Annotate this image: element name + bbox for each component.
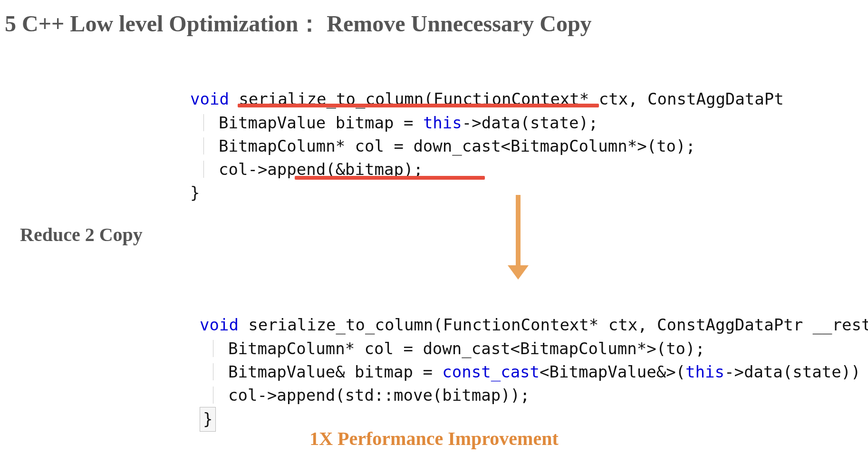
code-line-3: BitmapValue& bitmap = const_cast<BitmapV…	[200, 362, 861, 381]
code-line-2: BitmapValue bitmap = this->data(state);	[190, 113, 598, 132]
arrow-down-icon	[516, 195, 521, 266]
red-underline-1	[238, 104, 599, 107]
code-line-5: }	[200, 409, 216, 428]
code-text: BitmapValue bitmap =	[219, 113, 423, 132]
code-line-5: }	[190, 183, 200, 202]
code-text: serialize_to_column(FunctionContext* ctx…	[239, 315, 868, 334]
code-text: BitmapColumn* col = down_cast<BitmapColu…	[219, 136, 695, 155]
keyword-this: this	[685, 362, 724, 381]
code-text: BitmapColumn* col = down_cast<BitmapColu…	[228, 339, 705, 358]
keyword-this: this	[423, 113, 462, 132]
code-text: <BitmapValue&>(	[540, 362, 685, 381]
red-underline-2	[295, 176, 485, 180]
code-block-before: void serialize_to_column(FunctionContext…	[190, 64, 784, 205]
slide-title: 5 C++ Low level Optimization： Remove Unn…	[5, 9, 592, 39]
performance-improvement-label: 1X Performance Improvement	[0, 427, 868, 450]
code-text: col->append(std::move(bitmap));	[228, 386, 530, 405]
code-line-1: void serialize_to_column(FunctionContext…	[200, 315, 868, 334]
keyword-void: void	[200, 315, 239, 334]
code-text: }	[190, 183, 200, 202]
code-line-3: BitmapColumn* col = down_cast<BitmapColu…	[190, 136, 695, 155]
code-line-4: col->append(std::move(bitmap));	[200, 386, 530, 405]
code-block-after: void serialize_to_column(FunctionContext…	[200, 290, 868, 432]
code-line-2: BitmapColumn* col = down_cast<BitmapColu…	[200, 339, 705, 358]
keyword-void: void	[190, 89, 229, 108]
slide: 5 C++ Low level Optimization： Remove Unn…	[0, 0, 868, 464]
code-text: ->data(state))	[724, 362, 861, 381]
keyword-const-cast: const_cast	[442, 362, 540, 381]
code-text: ->data(state);	[462, 113, 598, 132]
code-text: BitmapValue& bitmap =	[228, 362, 442, 381]
subheading-reduce-copy: Reduce 2 Copy	[20, 223, 143, 246]
